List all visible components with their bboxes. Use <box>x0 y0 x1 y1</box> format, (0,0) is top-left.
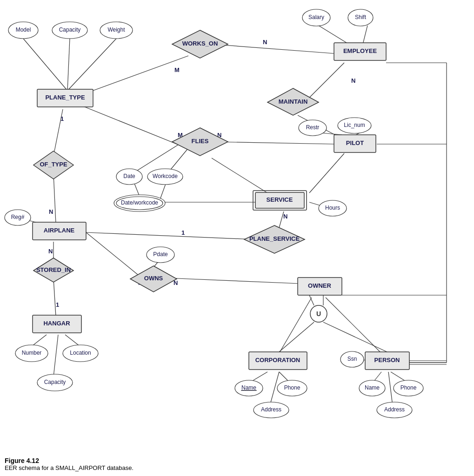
svg-line-42 <box>309 153 344 193</box>
svg-text:Model: Model <box>16 26 31 33</box>
svg-line-7 <box>307 63 344 100</box>
svg-line-32 <box>32 335 47 346</box>
svg-line-31 <box>326 298 381 353</box>
svg-line-33 <box>65 335 80 346</box>
figure-subtitle: EER schema for a SMALL_AIRPORT database. <box>5 464 134 471</box>
svg-text:Hours: Hours <box>325 205 340 211</box>
svg-text:Name: Name <box>365 384 380 391</box>
svg-text:Number: Number <box>22 350 42 356</box>
svg-line-34 <box>53 335 58 377</box>
svg-text:PLANE_SERVICE: PLANE_SERVICE <box>249 235 300 242</box>
svg-text:1: 1 <box>56 301 59 308</box>
svg-text:FLIES: FLIES <box>192 138 209 145</box>
svg-text:Date/workcode: Date/workcode <box>121 199 158 206</box>
svg-text:EMPLOYEE: EMPLOYEE <box>343 47 377 54</box>
svg-text:N: N <box>49 208 53 215</box>
svg-text:Reg#: Reg# <box>11 214 25 220</box>
figure-title: Figure 4.12 <box>5 457 134 464</box>
svg-line-27 <box>86 232 142 278</box>
svg-text:Workcode: Workcode <box>153 173 178 179</box>
svg-line-2 <box>67 39 116 91</box>
svg-line-28 <box>167 278 299 284</box>
svg-text:Phone: Phone <box>284 384 300 391</box>
figure-caption: Figure 4.12 EER schema for a SMALL_AIRPO… <box>5 457 134 471</box>
svg-text:M: M <box>174 66 180 73</box>
svg-text:OWNER: OWNER <box>308 282 331 289</box>
svg-text:PLANE_TYPE: PLANE_TYPE <box>45 94 85 101</box>
svg-text:WORKS_ON: WORKS_ON <box>182 40 218 47</box>
svg-line-21 <box>86 232 254 239</box>
svg-text:Lic_num: Lic_num <box>344 122 365 128</box>
svg-text:Phone: Phone <box>401 384 417 391</box>
svg-text:Ssn: Ssn <box>347 356 357 362</box>
svg-text:Weight: Weight <box>107 26 125 33</box>
svg-line-12 <box>213 142 334 144</box>
svg-line-23 <box>53 174 56 223</box>
svg-line-6 <box>212 44 334 53</box>
svg-text:1: 1 <box>181 229 185 236</box>
svg-text:N: N <box>283 213 287 220</box>
svg-text:U: U <box>316 310 321 317</box>
svg-text:N: N <box>351 77 355 84</box>
svg-text:Capacity: Capacity <box>44 379 66 385</box>
svg-text:Pdate: Pdate <box>153 251 168 258</box>
svg-line-151 <box>323 322 387 352</box>
svg-line-0 <box>23 39 67 91</box>
svg-line-1 <box>67 39 70 91</box>
svg-text:N: N <box>263 39 267 46</box>
svg-line-4 <box>363 26 367 44</box>
svg-text:N: N <box>48 248 53 255</box>
svg-text:CORPORATION: CORPORATION <box>255 357 300 364</box>
eer-diagram: .entity-rect { fill: #e8e8e8; stroke: #3… <box>0 0 474 446</box>
svg-text:STORED_IN: STORED_IN <box>36 266 71 273</box>
svg-text:1: 1 <box>60 115 64 122</box>
svg-text:Name: Name <box>241 384 256 391</box>
svg-text:PERSON: PERSON <box>374 357 400 364</box>
svg-text:PILOT: PILOT <box>346 139 364 146</box>
svg-text:Address: Address <box>384 406 405 413</box>
svg-text:OWNS: OWNS <box>144 275 163 282</box>
svg-line-30 <box>279 298 312 353</box>
svg-text:Location: Location <box>70 350 91 356</box>
svg-line-13 <box>212 158 267 193</box>
svg-line-3 <box>319 26 349 44</box>
svg-text:HANGAR: HANGAR <box>43 320 70 327</box>
svg-text:MAINTAIN: MAINTAIN <box>279 98 308 105</box>
svg-text:Salary: Salary <box>308 14 324 20</box>
svg-text:Restr: Restr <box>306 124 320 131</box>
svg-text:OF_TYPE: OF_TYPE <box>40 161 67 168</box>
svg-text:Date: Date <box>123 173 135 179</box>
svg-text:Capacity: Capacity <box>59 26 81 33</box>
svg-line-150 <box>279 322 314 352</box>
svg-text:Shift: Shift <box>355 14 367 20</box>
svg-line-26 <box>53 279 56 316</box>
svg-text:SERVICE: SERVICE <box>267 196 293 203</box>
svg-text:AIRPLANE: AIRPLANE <box>44 227 75 234</box>
svg-text:Address: Address <box>261 406 281 413</box>
